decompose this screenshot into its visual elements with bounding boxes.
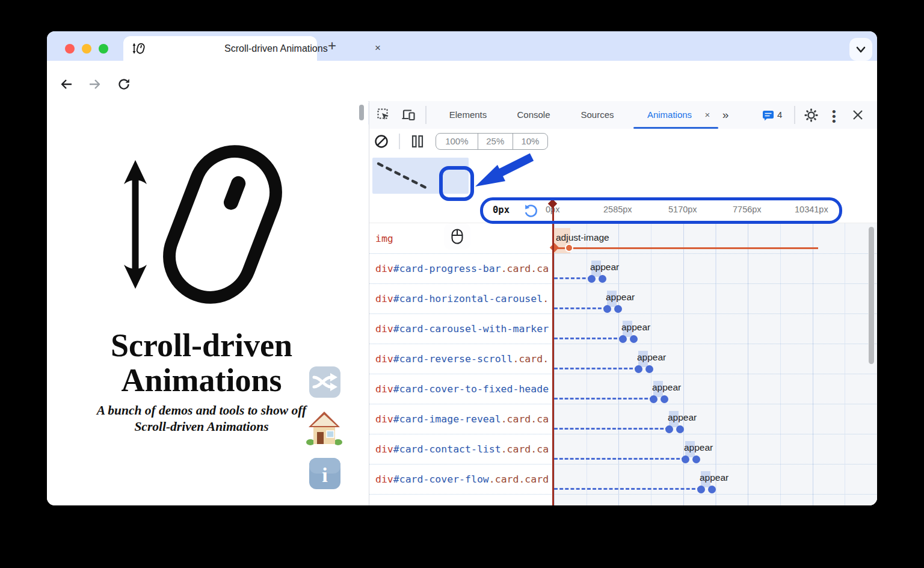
devtools-tab-animations[interactable]: Animations [639,101,700,129]
device-toolbar-icon[interactable] [401,108,416,122]
keyframe-dot-end[interactable] [614,305,622,313]
devtools-menu-icon[interactable]: ••• [832,110,836,124]
animation-name-label: adjust-image [556,232,609,243]
keyframe-dot-start[interactable] [650,395,658,403]
appear-delay-track[interactable] [554,458,685,460]
row-node-selector[interactable]: div#card-cover-flow.card.card [375,465,552,494]
animation-row[interactable]: div#card-cover-to-fixed-headeappear [369,374,877,404]
keyframe-dot-end[interactable] [645,365,653,373]
issues-bubble-icon[interactable] [762,110,774,121]
reload-icon[interactable] [117,77,131,91]
row-node-selector[interactable]: div#card-image-reveal.card.ca [375,404,552,434]
playback-speed-group: 100% 25% 10% [436,133,548,150]
devtools-tab-elements[interactable]: Elements [445,101,491,129]
selector-id: #card-reverse-scroll [393,353,513,365]
issues-count[interactable]: 4 [777,110,782,120]
animation-name-label: appear [684,442,713,453]
traffic-minimize-button[interactable] [82,44,91,54]
tab-close-icon[interactable]: × [371,42,384,55]
animation-row[interactable]: div#card-contact-list.card.caappear [369,434,877,465]
animation-row[interactable]: div#card-horizontal-carousel.appear [369,284,877,314]
keyframe-dot-end[interactable] [630,335,638,343]
appear-delay-track[interactable] [554,428,669,430]
speed-25-button[interactable]: 25% [478,134,513,149]
row-node-selector[interactable]: div#card-reverse-scroll.card. [375,344,552,374]
selector-cls: .card.ca [501,443,549,455]
selector-id: #card-contact-list [393,443,501,455]
speed-10-button[interactable]: 10% [513,134,547,149]
animation-row[interactable]: imgadjust-image [369,223,877,254]
annotation-box-ruler [480,197,842,224]
home-icon[interactable] [306,409,343,449]
appear-delay-track[interactable] [554,338,623,339]
scroll-animation-track[interactable] [554,247,818,249]
shuffle-icon[interactable] [309,366,341,401]
appear-delay-track[interactable] [554,307,607,309]
keyframe-dot-end[interactable] [661,395,668,403]
animation-name-label: appear [606,292,635,303]
inspect-element-icon[interactable] [377,108,391,122]
selector-tag: div [375,293,393,304]
selector-cls: .card. [513,353,549,365]
appear-delay-track[interactable] [554,368,638,369]
animation-row[interactable]: div#card-cover-flow.card.cardappear [369,465,877,495]
row-node-selector[interactable]: img [375,223,552,253]
animation-row[interactable]: div#card-reverse-scroll.card.appear [369,344,877,374]
speed-100-button[interactable]: 100% [436,134,478,149]
devtools-tab-sources[interactable]: Sources [576,101,619,129]
tab-title: Scroll-driven Animations [224,36,328,61]
page-viewport: Scroll-driven Animations A bunch of demo… [47,101,368,505]
animation-name-label: appear [700,472,728,483]
clear-all-icon[interactable] [374,134,389,149]
traffic-close-button[interactable] [65,44,75,54]
keyframe-dot-start[interactable] [665,425,673,433]
keyframe-dot-start[interactable] [682,455,689,463]
row-node-selector[interactable]: div#card-progress-bar.card.ca [375,254,552,283]
new-tab-button[interactable]: + [324,37,340,54]
tab-favicon-mouse-icon [132,42,146,55]
keyframe-dot-start[interactable] [697,486,705,493]
animation-row[interactable]: div#card-image-reveal.card.caappear [369,404,877,434]
row-node-selector[interactable]: div#card-horizontal-carousel. [375,284,552,313]
keyframe-dot-start[interactable] [603,305,611,313]
scrubber-line[interactable] [552,207,554,505]
keyframe-dot-end[interactable] [692,455,700,463]
appear-delay-track[interactable] [554,488,701,490]
appear-delay-track[interactable] [554,398,653,400]
more-tabs-icon[interactable]: » [718,101,733,129]
animation-name-label: appear [668,412,697,423]
forward-icon[interactable] [88,77,102,91]
keyframe-dot-end[interactable] [599,275,606,283]
timeline-scrollbar[interactable] [869,227,874,364]
selector-tag: div [375,443,393,455]
traffic-zoom-button[interactable] [99,44,108,54]
browser-tab[interactable]: Scroll-driven Animations × [123,36,317,61]
settings-gear-icon[interactable] [804,108,818,122]
tab-search-button[interactable] [849,38,872,61]
info-icon[interactable]: i [309,457,341,492]
appear-delay-track[interactable] [554,277,591,279]
keyframe-dot-end[interactable] [676,425,684,433]
row-node-selector[interactable]: div#card-cover-to-fixed-heade [375,374,552,404]
animation-name-label: appear [621,322,650,333]
keyframe-dot-start[interactable] [588,275,596,283]
devtools-tabbar-divider [425,106,427,124]
devtools-close-icon[interactable] [852,109,864,121]
back-icon[interactable] [59,77,73,91]
devtools-tab-close-icon[interactable]: × [702,101,713,129]
page-scrollbar[interactable] [359,105,364,120]
animation-row[interactable]: div#card-carousel-with-markerappear [369,314,877,344]
animation-rows: imgadjust-imagediv#card-progress-bar.car… [369,223,877,505]
keyframe-dot-end[interactable] [708,486,716,493]
devtools-tabbar-divider2 [794,106,795,124]
row-node-selector[interactable]: div#card-contact-list.card.ca [375,434,552,464]
animation-row[interactable]: div#card-progress-bar.card.caappear [369,254,877,284]
animation-name-label: appear [637,352,666,363]
devtools-tab-bar: Elements Console Sources Animations × » … [369,101,877,129]
keyframe-dot-start[interactable] [619,335,627,343]
pause-icon[interactable] [411,134,424,149]
devtools-tab-console[interactable]: Console [513,101,555,129]
scroll-keyframe-dot[interactable] [565,244,573,252]
row-node-selector[interactable]: div#card-carousel-with-marker [375,314,552,344]
keyframe-dot-start[interactable] [635,365,642,373]
